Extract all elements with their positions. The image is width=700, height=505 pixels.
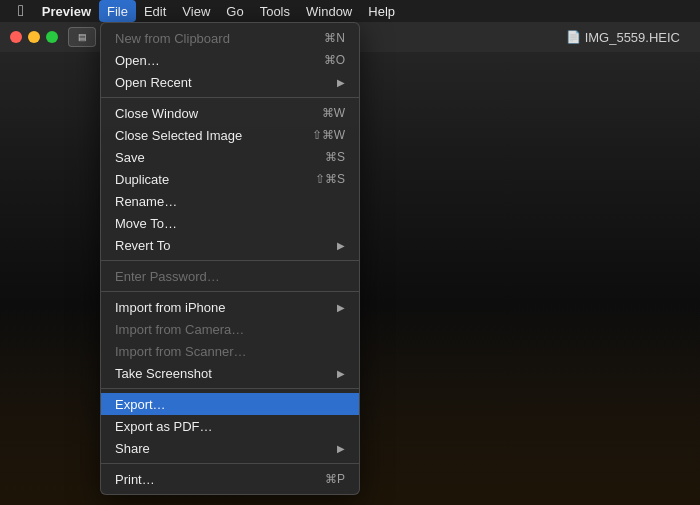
menu-item-move-to-label: Move To… (115, 216, 345, 231)
menu-item-new-clipboard[interactable]: New from Clipboard ⌘N (101, 27, 359, 49)
menubar-item-go[interactable]: Go (218, 0, 251, 22)
menu-item-close-window-label: Close Window (115, 106, 322, 121)
menu-item-import-iphone-label: Import from iPhone (115, 300, 333, 315)
menu-item-close-window-shortcut: ⌘W (322, 106, 345, 120)
menu-item-duplicate-label: Duplicate (115, 172, 315, 187)
minimize-button[interactable] (28, 31, 40, 43)
menu-item-export-pdf-label: Export as PDF… (115, 419, 345, 434)
menu-item-move-to[interactable]: Move To… (101, 212, 359, 234)
open-recent-arrow-icon: ▶ (337, 77, 345, 88)
menu-item-take-screenshot-label: Take Screenshot (115, 366, 333, 381)
filename-label: IMG_5559.HEIC (585, 30, 680, 45)
menubar-item-file[interactable]: File (99, 0, 136, 22)
menu-item-save[interactable]: Save ⌘S (101, 146, 359, 168)
menu-item-import-scanner[interactable]: Import from Scanner… (101, 340, 359, 362)
menu-item-revert-to-label: Revert To (115, 238, 333, 253)
separator-5 (101, 463, 359, 464)
menubar-item-window[interactable]: Window (298, 0, 360, 22)
menubar:  Preview File Edit View Go Tools Window… (0, 0, 700, 22)
menu-item-open-label: Open… (115, 53, 324, 68)
menu-item-take-screenshot[interactable]: Take Screenshot ▶ (101, 362, 359, 384)
take-screenshot-arrow-icon: ▶ (337, 368, 345, 379)
menubar-item-view[interactable]: View (174, 0, 218, 22)
menu-item-open-recent[interactable]: Open Recent ▶ (101, 71, 359, 93)
menu-item-close-selected-image[interactable]: Close Selected Image ⇧⌘W (101, 124, 359, 146)
file-menu-dropdown: New from Clipboard ⌘N Open… ⌘O Open Rece… (100, 22, 360, 495)
menu-item-enter-password-label: Enter Password… (115, 269, 345, 284)
menu-item-close-selected-shortcut: ⇧⌘W (312, 128, 345, 142)
menu-item-close-selected-image-label: Close Selected Image (115, 128, 312, 143)
menu-item-share-label: Share (115, 441, 333, 456)
traffic-lights (10, 31, 58, 43)
menu-item-new-clipboard-label: New from Clipboard (115, 31, 324, 46)
menu-item-duplicate-shortcut: ⇧⌘S (315, 172, 345, 186)
menubar-item-edit[interactable]: Edit (136, 0, 174, 22)
menu-item-export[interactable]: Export… (101, 393, 359, 415)
import-iphone-arrow-icon: ▶ (337, 302, 345, 313)
menu-item-open-shortcut: ⌘O (324, 53, 345, 67)
menu-item-open-recent-label: Open Recent (115, 75, 333, 90)
menu-item-export-label: Export… (115, 397, 345, 412)
separator-2 (101, 260, 359, 261)
menu-item-enter-password[interactable]: Enter Password… (101, 265, 359, 287)
separator-1 (101, 97, 359, 98)
apple-menu-item[interactable]:  (8, 0, 34, 22)
menu-item-import-camera-label: Import from Camera… (115, 322, 345, 337)
menubar-item-tools[interactable]: Tools (252, 0, 298, 22)
close-button[interactable] (10, 31, 22, 43)
menu-item-import-camera[interactable]: Import from Camera… (101, 318, 359, 340)
file-icon: 📄 (566, 30, 581, 44)
menu-item-close-window[interactable]: Close Window ⌘W (101, 102, 359, 124)
menu-item-import-scanner-label: Import from Scanner… (115, 344, 345, 359)
menu-item-new-clipboard-shortcut: ⌘N (324, 31, 345, 45)
menu-item-rename-label: Rename… (115, 194, 345, 209)
menu-item-import-iphone[interactable]: Import from iPhone ▶ (101, 296, 359, 318)
menu-item-duplicate[interactable]: Duplicate ⇧⌘S (101, 168, 359, 190)
separator-3 (101, 291, 359, 292)
menu-item-share[interactable]: Share ▶ (101, 437, 359, 459)
separator-4 (101, 388, 359, 389)
menu-item-revert-to[interactable]: Revert To ▶ (101, 234, 359, 256)
sidebar-toggle-icon: ▤ (78, 32, 87, 42)
menu-item-save-shortcut: ⌘S (325, 150, 345, 164)
title-filename: 📄 IMG_5559.HEIC (566, 30, 680, 45)
menu-item-open[interactable]: Open… ⌘O (101, 49, 359, 71)
revert-to-arrow-icon: ▶ (337, 240, 345, 251)
menubar-item-help[interactable]: Help (360, 0, 403, 22)
menu-item-export-pdf[interactable]: Export as PDF… (101, 415, 359, 437)
menubar-item-preview[interactable]: Preview (34, 0, 99, 22)
menu-item-save-label: Save (115, 150, 325, 165)
menu-item-print[interactable]: Print… ⌘P (101, 468, 359, 490)
fullscreen-button[interactable] (46, 31, 58, 43)
menu-item-print-shortcut: ⌘P (325, 472, 345, 486)
sidebar-toggle-button[interactable]: ▤ (68, 27, 96, 47)
menu-item-rename[interactable]: Rename… (101, 190, 359, 212)
menu-item-print-label: Print… (115, 472, 325, 487)
share-arrow-icon: ▶ (337, 443, 345, 454)
